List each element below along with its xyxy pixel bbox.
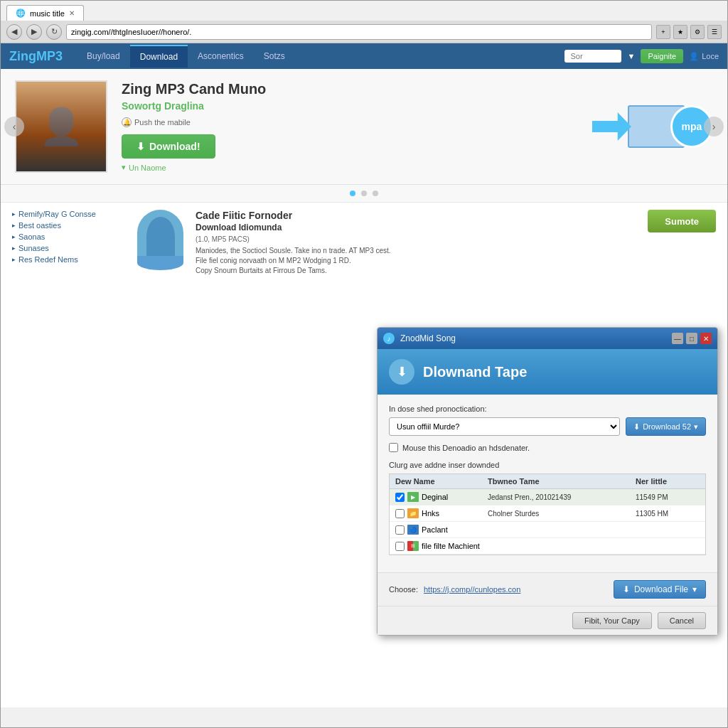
avatar-body (146, 217, 175, 256)
hero-artist: Sowortg Draglina (122, 100, 592, 112)
hero-download-btn[interactable]: ⬇ Download! (122, 134, 215, 159)
cancel-btn[interactable]: Cancel (658, 612, 706, 629)
nav-download[interactable]: Download (130, 45, 188, 68)
table-row[interactable]: 🔵 Paclant (390, 522, 705, 538)
dialog-title-left: ♪ ZnodMid Song (383, 333, 456, 344)
toolbar-icon-3[interactable]: ⚙ (690, 25, 705, 39)
row-1-time: 11549 PM (636, 493, 700, 501)
dialog-body: In dose shed pronoctication: Usun offiil… (378, 395, 717, 572)
choose-link[interactable]: https://j.comp//cunlopes.con (424, 585, 608, 594)
profile-area: Cade Fiitic Fornoder Download Idiomunda … (137, 210, 716, 276)
col-dew-name: Dew Name (395, 477, 488, 486)
download-file-label: Download File (634, 584, 688, 594)
drownload-dropdown-icon: ▾ (694, 422, 698, 432)
carousel-dot-3[interactable] (373, 191, 378, 196)
nav-sotzs[interactable]: Sotzs (254, 46, 295, 67)
drownload-btn[interactable]: ⬇ Drownload 52 ▾ (626, 417, 706, 436)
denoadio-checkbox[interactable] (389, 443, 398, 452)
toolbar-icon-1[interactable]: + (656, 25, 670, 39)
row-2-time: 11305 HM (636, 510, 700, 518)
row-2-name-col: 📁 Hnks (395, 508, 488, 518)
more-link[interactable]: ▾ Un Naome (122, 163, 592, 172)
carousel-dots (1, 185, 727, 203)
row-3-icon: 🔵 (407, 525, 419, 535)
nav-right: ▼ Paignite 👤 Loce (564, 49, 719, 63)
row-1-checkbox[interactable] (395, 493, 405, 502)
row-2-checkbox[interactable] (395, 509, 405, 518)
hero-info: Zing MP3 Cand Muno Sowortg Draglina 🔔 Pu… (122, 81, 592, 172)
back-btn[interactable]: ◀ (6, 24, 22, 40)
active-tab[interactable]: 🌐 music title ✕ (6, 5, 84, 21)
refresh-btn[interactable]: ↻ (46, 24, 62, 40)
download-file-dropdown[interactable]: ▾ (692, 584, 697, 594)
sidebar-link-5[interactable]: Res Redef Nems (12, 255, 126, 264)
row-4-name-col: ⊞ file filte Machient (395, 541, 488, 551)
search-dropdown[interactable]: ▼ (627, 52, 635, 60)
dialog-window-title: ZnodMid Song (400, 333, 456, 343)
row-3-name-col: 🔵 Paclant (395, 525, 488, 535)
dialog-close-btn[interactable]: ✕ (700, 333, 712, 344)
download-dialog: ♪ ZnodMid Song — □ ✕ ⬇ Dlownand Tape In … (377, 327, 718, 636)
forward-btn[interactable]: ▶ (26, 24, 42, 40)
address-bar-row: ◀ ▶ ↻ + ★ ⚙ ☰ (1, 21, 727, 43)
carousel-next-btn[interactable]: › (704, 117, 724, 136)
dialog-minimize-btn[interactable]: — (672, 333, 683, 344)
sumote-btn[interactable]: Sumote (648, 210, 716, 232)
dialog-header-icon: ⬇ (389, 359, 414, 385)
dialog-title-icon: ♪ (383, 333, 395, 344)
row-1-name: Deginal (422, 493, 448, 501)
pronoctication-label: In dose shed pronoctication: (389, 405, 706, 413)
mp3-badge-text: mpa (682, 121, 702, 132)
toolbar-icons: + ★ ⚙ ☰ (656, 25, 722, 39)
toolbar-icon-2[interactable]: ★ (673, 25, 687, 39)
search-input[interactable] (564, 50, 621, 63)
download-file-btn[interactable]: ⬇ Download File ▾ (614, 580, 706, 599)
tab-title: music title (30, 9, 65, 18)
row-1-icon: ▶ (407, 492, 419, 502)
hero-graphic: mpa (592, 105, 713, 148)
nav-buyload[interactable]: Buy/load (77, 46, 130, 67)
hero-graphic-group: mpa (592, 105, 713, 148)
col-tbwneo-tame: Tbwneo Tame (488, 477, 636, 486)
carousel-dot-2[interactable] (361, 191, 367, 196)
pronoctication-row: Usun offiil Murde? ⬇ Drownload 52 ▾ (389, 417, 706, 436)
sidebar-link-4[interactable]: Sunases (12, 244, 126, 252)
row-4-name: file filte Machient (422, 542, 480, 550)
address-input[interactable] (66, 24, 652, 40)
more-link-text: Un Naome (129, 164, 166, 172)
sidebar-link-1[interactable]: Remify/Ray G Consse (12, 210, 126, 218)
paignite-btn[interactable]: Paignite (641, 49, 683, 63)
profile-meta: (1.0, MP5 PACS) (196, 235, 639, 243)
dialog-table: Dew Name Tbwneo Tame Ner little ▶ Degina… (389, 473, 706, 555)
dialog-controls: — □ ✕ (672, 333, 712, 344)
tab-close-btn[interactable]: ✕ (69, 9, 75, 17)
row-3-checkbox[interactable] (395, 525, 405, 535)
sidebar-link-2[interactable]: Best oasties (12, 221, 126, 230)
table-row[interactable]: ⊞ file filte Machient (390, 538, 705, 555)
row-4-icon: ⊞ (407, 541, 419, 551)
nav-asconentics[interactable]: Asconentics (188, 46, 254, 67)
drownload-icon: ⬇ (633, 422, 640, 432)
profile-subtitle: Download Idiomunda (196, 223, 639, 232)
finish-btn[interactable]: Fibit, Your Capy (572, 612, 652, 629)
nav-user: 👤 Loce (689, 52, 719, 61)
logo-zing: Zing (9, 49, 36, 63)
table-row[interactable]: ▶ Deginal Jedanst Pren., 201021439 11549… (390, 489, 705, 505)
login-btn[interactable]: Loce (702, 52, 719, 60)
user-icon: 👤 (689, 52, 699, 61)
table-header: Dew Name Tbwneo Tame Ner little (390, 474, 705, 489)
carousel-dot-1[interactable] (350, 191, 355, 196)
profile-name: Cade Fiitic Fornoder (196, 210, 639, 221)
carousel-prev-btn[interactable]: ‹ (4, 117, 24, 136)
dialog-maximize-btn[interactable]: □ (686, 333, 697, 344)
table-row[interactable]: 📁 Hnks Cholner Sturdes 11305 HM (390, 505, 705, 522)
hero-section: ‹ 👤 Zing MP3 Cand Muno Sowortg Draglina … (1, 69, 727, 185)
sidebar-link-3[interactable]: Saonas (12, 232, 126, 241)
format-select[interactable]: Usun offiil Murde? (389, 417, 620, 436)
choose-label: Choose: (389, 585, 418, 594)
section-label: Clurg ave addne inser downded (389, 461, 706, 469)
row-2-date: Cholner Sturdes (488, 510, 636, 518)
row-4-checkbox[interactable] (395, 542, 405, 551)
logo-mp3: MP3 (36, 49, 63, 63)
toolbar-icon-4[interactable]: ☰ (707, 25, 722, 39)
